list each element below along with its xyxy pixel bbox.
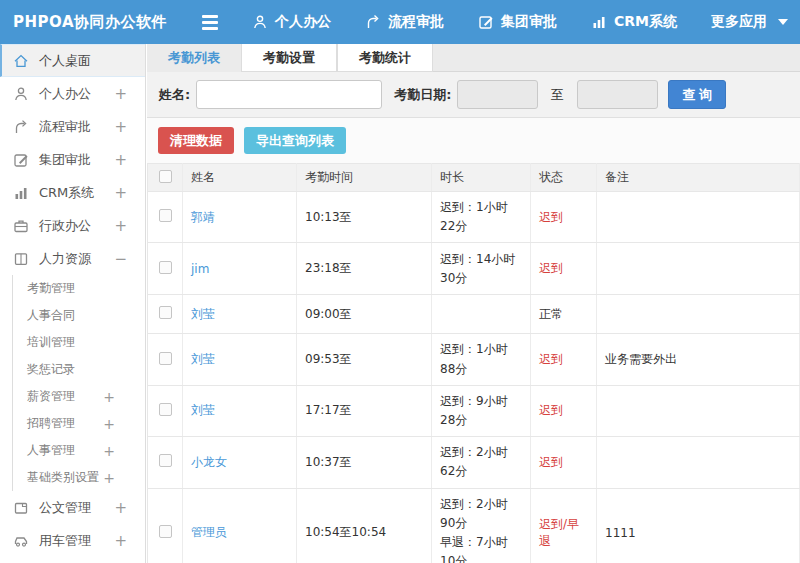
subitem-label: 人事合同 xyxy=(27,307,115,324)
date-to-input[interactable] xyxy=(577,80,658,109)
car-icon xyxy=(13,533,29,549)
attendance-time: 23:18至 xyxy=(297,243,432,295)
clear-data-button[interactable]: 清理数据 xyxy=(158,127,234,154)
home-icon xyxy=(13,53,29,69)
nav-more-apps[interactable]: 更多应用 xyxy=(711,13,788,31)
expand-sign: + xyxy=(103,416,115,432)
table-row: 刘莹 09:00至 正常 xyxy=(148,295,800,334)
nav-workflow-approval[interactable]: 流程审批 xyxy=(365,13,444,31)
expand-sign: + xyxy=(114,499,127,517)
user-icon xyxy=(13,86,29,102)
row-checkbox[interactable] xyxy=(159,454,172,467)
status-badge: 迟到 xyxy=(531,334,597,385)
sidebar-item-label: 用车管理 xyxy=(39,532,114,550)
employee-name-link[interactable]: 刘莹 xyxy=(183,334,297,385)
table-row: 刘莹 17:17至 迟到：9小时28分 迟到 xyxy=(148,385,800,436)
caret-down-icon xyxy=(778,19,788,25)
sidebar-item-group-approval[interactable]: 集团审批 + xyxy=(0,143,145,176)
subitem-label: 基础类别设置 xyxy=(27,469,103,486)
sidebar-subitem-attendance-mgmt[interactable]: 考勤管理 xyxy=(13,275,145,302)
sidebar-item-label: 个人办公 xyxy=(39,85,114,103)
attendance-time: 09:00至 xyxy=(297,295,432,334)
status-badge: 迟到 xyxy=(531,437,597,488)
sidebar-item-desktop[interactable]: 个人桌面 xyxy=(0,44,145,77)
col-name: 姓名 xyxy=(183,164,297,192)
status-badge: 迟到/早退 xyxy=(531,488,597,563)
employee-name-link[interactable]: 小龙女 xyxy=(183,437,297,488)
expand-sign: + xyxy=(103,389,115,405)
export-list-button[interactable]: 导出查询列表 xyxy=(244,127,346,154)
status-badge: 正常 xyxy=(531,295,597,334)
note xyxy=(597,192,800,243)
employee-name-link[interactable]: 郭靖 xyxy=(183,192,297,243)
sidebar-subitem-recruit-mgmt[interactable]: 招聘管理 + xyxy=(13,410,145,437)
nav-label: 个人办公 xyxy=(275,13,331,31)
duration: 迟到：1小时88分 xyxy=(432,334,531,385)
subitem-label: 招聘管理 xyxy=(27,415,103,432)
status-badge: 迟到 xyxy=(531,385,597,436)
sidebar-item-label: CRM系统 xyxy=(39,184,114,202)
row-checkbox[interactable] xyxy=(159,306,172,319)
name-input[interactable] xyxy=(196,80,382,109)
col-note: 备注 xyxy=(597,164,800,192)
subitem-label: 考勤管理 xyxy=(27,280,115,297)
note xyxy=(597,295,800,334)
to-label: 至 xyxy=(550,86,563,104)
expand-sign: + xyxy=(114,151,127,169)
nav-group-approval[interactable]: 集团审批 xyxy=(478,13,557,31)
sidebar-item-label: 集团审批 xyxy=(39,151,114,169)
tab-attendance-stats[interactable]: 考勤统计 xyxy=(337,44,433,72)
sidebar-subitem-hr-contract[interactable]: 人事合同 xyxy=(13,302,145,329)
sidebar-item-crm-system[interactable]: CRM系统 + xyxy=(0,176,145,209)
sidebar-subitem-personnel-mgmt[interactable]: 人事管理 + xyxy=(13,437,145,464)
sidebar-item-hr[interactable]: 人力资源 − xyxy=(0,242,145,275)
subitem-label: 培训管理 xyxy=(27,334,115,351)
nav-crm-system[interactable]: CRM系统 xyxy=(591,13,677,31)
sidebar-item-workflow-approval[interactable]: 流程审批 + xyxy=(0,110,145,143)
attendance-time: 10:13至 xyxy=(297,192,432,243)
duration: 迟到：1小时22分 xyxy=(432,192,531,243)
note: 1111 xyxy=(597,488,800,563)
row-checkbox[interactable] xyxy=(159,403,172,416)
row-checkbox[interactable] xyxy=(159,352,172,365)
date-label: 考勤日期: xyxy=(394,86,451,104)
search-button[interactable]: 查 询 xyxy=(668,80,726,109)
sidebar-subitem-salary-mgmt[interactable]: 薪资管理 + xyxy=(13,383,145,410)
expand-sign: + xyxy=(114,85,127,103)
sidebar-subitem-reward-punishment[interactable]: 奖惩记录 xyxy=(13,356,145,383)
sidebar-item-document-mgmt[interactable]: 公文管理 + xyxy=(0,491,145,524)
chart-icon xyxy=(13,185,29,201)
employee-name-link[interactable]: 刘莹 xyxy=(183,295,297,334)
select-all-checkbox[interactable] xyxy=(159,170,172,183)
sidebar-item-vehicle-mgmt[interactable]: 用车管理 + xyxy=(0,524,145,557)
duration xyxy=(432,295,531,334)
col-status: 状态 xyxy=(531,164,597,192)
row-checkbox[interactable] xyxy=(159,261,172,274)
tab-attendance-settings[interactable]: 考勤设置 xyxy=(241,44,337,72)
table-row: 小龙女 10:37至 迟到：2小时62分 迟到 xyxy=(148,437,800,488)
duration: 迟到：2小时62分 xyxy=(432,437,531,488)
nav-personal-office[interactable]: 个人办公 xyxy=(252,13,331,31)
sidebar-subitem-training-mgmt[interactable]: 培训管理 xyxy=(13,329,145,356)
briefcase-icon xyxy=(13,218,29,234)
row-checkbox[interactable] xyxy=(159,209,172,222)
tab-attendance-list[interactable]: 考勤列表 xyxy=(147,44,241,72)
subitem-label: 人事管理 xyxy=(27,442,103,459)
table-row: 管理员 10:54至10:54 迟到：2小时90分 早退：7小时10分 迟到/早… xyxy=(148,488,800,563)
row-checkbox[interactable] xyxy=(159,525,172,538)
edit-icon xyxy=(13,152,29,168)
note xyxy=(597,385,800,436)
attendance-table: 姓名 考勤时间 时长 状态 备注 郭靖 10:13至 迟到：1小时22分 迟到 … xyxy=(147,163,800,563)
employee-name-link[interactable]: 刘莹 xyxy=(183,385,297,436)
date-from-input[interactable] xyxy=(457,80,538,109)
employee-name-link[interactable]: 管理员 xyxy=(183,488,297,563)
nav-label: CRM系统 xyxy=(614,13,677,31)
menu-toggle-icon[interactable] xyxy=(202,15,218,30)
sidebar-item-label: 行政办公 xyxy=(39,217,114,235)
employee-name-link[interactable]: jim xyxy=(183,243,297,295)
book-icon xyxy=(13,251,29,267)
sidebar-item-personal-office[interactable]: 个人办公 + xyxy=(0,77,145,110)
sidebar-subitem-base-category-settings[interactable]: 基础类别设置 + xyxy=(13,464,145,491)
sidebar-item-admin-office[interactable]: 行政办公 + xyxy=(0,209,145,242)
status-badge: 迟到 xyxy=(531,243,597,295)
